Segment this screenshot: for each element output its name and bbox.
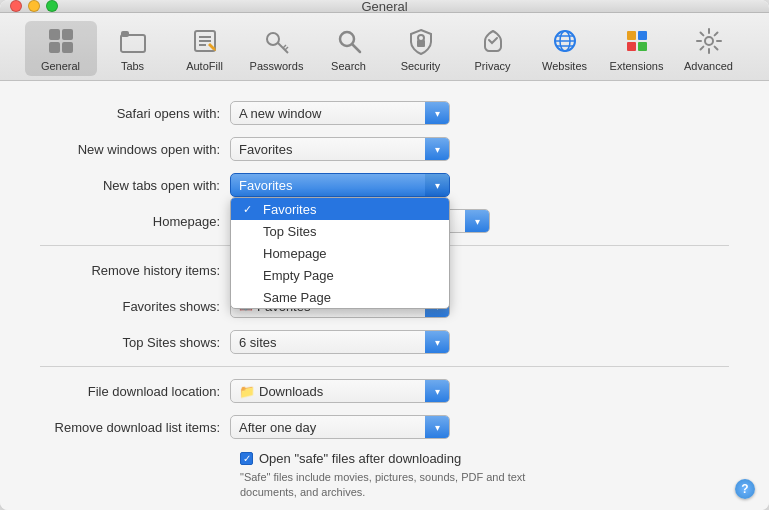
tab-general[interactable]: General <box>25 21 97 76</box>
chevron-down-icon-4: ▾ <box>475 216 480 227</box>
dropdown-item-samepage[interactable]: Same Page <box>231 286 449 308</box>
minimize-button[interactable] <box>28 0 40 12</box>
top-sites-control: 6 sites ▾ <box>230 330 749 354</box>
remove-download-row: Remove download list items: After one da… <box>20 415 749 439</box>
chevron-down-icon-7: ▾ <box>435 337 440 348</box>
top-sites-select[interactable]: 6 sites ▾ <box>230 330 450 354</box>
dropdown-item-label: Favorites <box>263 202 316 217</box>
tab-extensions-label: Extensions <box>610 60 664 72</box>
dropdown-item-topsites[interactable]: Top Sites <box>231 220 449 242</box>
tab-search-label: Search <box>331 60 366 72</box>
new-windows-arrow: ▾ <box>425 138 449 160</box>
tab-search[interactable]: Search <box>313 21 385 76</box>
svg-rect-0 <box>49 29 60 40</box>
remove-download-value: After one day <box>239 420 316 435</box>
safe-files-description: "Safe" files include movies, pictures, s… <box>240 470 580 501</box>
new-windows-row: New windows open with: Favorites ▾ <box>20 137 749 161</box>
new-windows-select[interactable]: Favorites ▾ <box>230 137 450 161</box>
open-safe-label: Open "safe" files after downloading <box>259 451 461 466</box>
tab-tabs[interactable]: Tabs <box>97 21 169 76</box>
checkmark-icon: ✓ <box>243 203 257 216</box>
svg-rect-25 <box>627 42 636 51</box>
file-download-value: Downloads <box>259 384 323 399</box>
dropdown-item-label-5: Same Page <box>263 290 331 305</box>
file-download-label: File download location: <box>20 384 230 399</box>
new-tabs-arrow: ▾ <box>425 174 449 196</box>
svg-rect-23 <box>627 31 636 40</box>
safari-opens-arrow: ▾ <box>425 102 449 124</box>
dropdown-item-label-2: Top Sites <box>263 224 316 239</box>
favorites-shows-label: Favorites shows: <box>20 299 230 314</box>
new-tabs-row: New tabs open with: Favorites ▾ ✓ Favori… <box>20 173 749 197</box>
dropdown-item-favorites[interactable]: ✓ Favorites <box>231 198 449 220</box>
safari-opens-label: Safari opens with: <box>20 106 230 121</box>
folder-icon: 📁 <box>239 384 255 399</box>
new-tabs-value: Favorites <box>239 178 292 193</box>
svg-line-12 <box>283 45 286 48</box>
remove-download-label: Remove download list items: <box>20 420 230 435</box>
maximize-button[interactable] <box>46 0 58 12</box>
svg-rect-4 <box>121 35 145 52</box>
chevron-down-icon-9: ▾ <box>435 422 440 433</box>
chevron-down-icon: ▾ <box>435 108 440 119</box>
tab-advanced[interactable]: Advanced <box>673 21 745 76</box>
svg-rect-2 <box>49 42 60 53</box>
file-download-select[interactable]: 📁 Downloads ▾ <box>230 379 450 403</box>
svg-rect-24 <box>638 31 647 40</box>
svg-rect-26 <box>638 42 647 51</box>
tab-security[interactable]: Security <box>385 21 457 76</box>
remove-download-select[interactable]: After one day ▾ <box>230 415 450 439</box>
tab-websites-label: Websites <box>542 60 587 72</box>
tab-privacy[interactable]: Privacy <box>457 21 529 76</box>
new-tabs-label: New tabs open with: <box>20 178 230 193</box>
tab-passwords[interactable]: Passwords <box>241 21 313 76</box>
new-tabs-select[interactable]: Favorites ▾ <box>230 173 450 197</box>
preferences-window: General General Tabs <box>0 0 769 510</box>
autofill-icon <box>189 25 221 57</box>
safari-opens-value: A new window <box>239 106 321 121</box>
tab-autofill-label: AutoFill <box>186 60 223 72</box>
svg-rect-3 <box>62 42 73 53</box>
advanced-icon <box>693 25 725 57</box>
toolbar: General Tabs A <box>0 13 769 81</box>
tab-passwords-label: Passwords <box>250 60 304 72</box>
tab-extensions[interactable]: Extensions <box>601 21 673 76</box>
open-safe-row: ✓ Open "safe" files after downloading <box>240 451 749 466</box>
homepage-arrow: ▾ <box>465 210 489 232</box>
traffic-lights <box>10 0 58 12</box>
dropdown-item-homepage[interactable]: Homepage <box>231 242 449 264</box>
content-area: Safari opens with: A new window ▾ New wi… <box>0 81 769 510</box>
open-safe-checkbox[interactable]: ✓ <box>240 452 253 465</box>
svg-rect-5 <box>121 31 129 37</box>
new-windows-control: Favorites ▾ <box>230 137 749 161</box>
help-button[interactable]: ? <box>735 479 755 499</box>
safari-opens-select[interactable]: A new window ▾ <box>230 101 450 125</box>
safari-opens-control: A new window ▾ <box>230 101 749 125</box>
remove-history-label: Remove history items: <box>20 263 230 278</box>
svg-rect-1 <box>62 29 73 40</box>
svg-point-27 <box>705 37 713 45</box>
new-windows-value: Favorites <box>239 142 292 157</box>
window-title: General <box>361 0 407 14</box>
file-download-control: 📁 Downloads ▾ <box>230 379 749 403</box>
svg-line-15 <box>352 45 360 53</box>
top-sites-arrow: ▾ <box>425 331 449 353</box>
close-button[interactable] <box>10 0 22 12</box>
dropdown-item-emptypage[interactable]: Empty Page <box>231 264 449 286</box>
tab-autofill[interactable]: AutoFill <box>169 21 241 76</box>
svg-point-17 <box>418 35 424 41</box>
tabs-icon <box>117 25 149 57</box>
tab-privacy-label: Privacy <box>474 60 510 72</box>
tab-websites[interactable]: Websites <box>529 21 601 76</box>
new-windows-label: New windows open with: <box>20 142 230 157</box>
websites-icon <box>549 25 581 57</box>
top-sites-row: Top Sites shows: 6 sites ▾ <box>20 330 749 354</box>
chevron-down-icon-8: ▾ <box>435 386 440 397</box>
top-sites-value: 6 sites <box>239 335 277 350</box>
file-download-row: File download location: 📁 Downloads ▾ <box>20 379 749 403</box>
security-icon <box>405 25 437 57</box>
svg-line-13 <box>285 47 288 50</box>
tab-tabs-label: Tabs <box>121 60 144 72</box>
extensions-icon <box>621 25 653 57</box>
general-icon <box>45 25 77 57</box>
